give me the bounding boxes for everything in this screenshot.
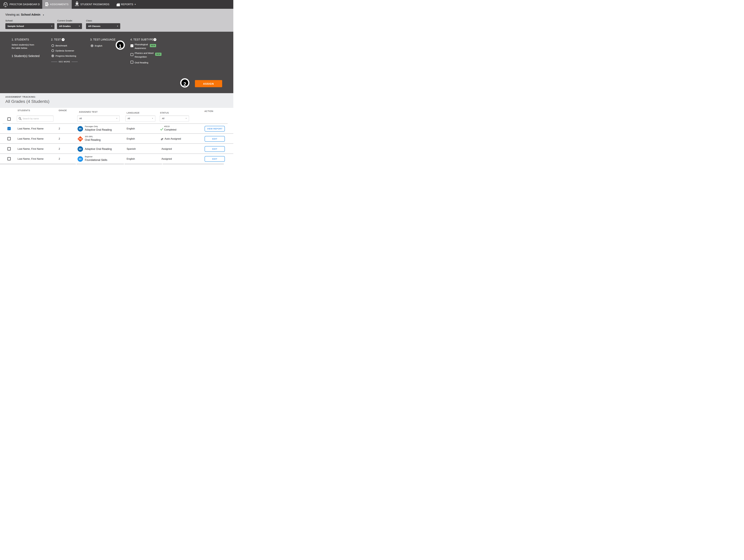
col-header-status: STATUS — [160, 111, 169, 114]
step-1-marker: 1 — [116, 40, 125, 50]
edit-button[interactable]: EDIT — [204, 146, 225, 152]
subtype-help-icon[interactable]: ? — [153, 38, 156, 41]
filter-bar: Viewing as: School Admin ▾ School: Curre… — [0, 9, 233, 32]
class-select[interactable]: All Classes ▼ — [86, 23, 120, 29]
grade-select-value: All Grades — [59, 25, 71, 27]
assigned-test-filter[interactable]: All ▼ — [77, 115, 120, 121]
student-grade: 2 — [59, 147, 60, 150]
subtype-label-awareness: Awareness — [135, 46, 146, 50]
students-hint-line2: the table below. — [12, 46, 28, 50]
student-name: Last Name, First Name — [17, 137, 44, 140]
checkbox-phonics-word-recognition[interactable] — [131, 53, 133, 56]
radio-benchmark[interactable] — [51, 44, 54, 47]
tab-student-passwords[interactable]: STUDENT PASSWORDS — [80, 0, 109, 9]
grade-select[interactable]: All Grades ▼ — [57, 23, 82, 29]
table-row: Last Name, First Name 2 BK Beginner Foun… — [0, 154, 233, 164]
checkbox-phonological-awareness[interactable]: ✓ — [131, 44, 133, 47]
test-badge-bk: BK — [77, 156, 83, 162]
password-stars: **** — [75, 5, 79, 7]
student-grade: 2 — [59, 137, 60, 140]
test-badge-bk: BK — [77, 126, 83, 132]
tracking-label: ASSIGNMENT TRACKING: — [5, 96, 36, 98]
completed-check-icon — [160, 128, 163, 131]
col-header-action: ACTION — [204, 110, 213, 112]
search-input[interactable] — [17, 115, 53, 121]
bottom-divider — [0, 164, 76, 164]
row-checkbox[interactable] — [7, 147, 11, 150]
dashboard-gauge-icon — [3, 2, 8, 7]
radio-dyslexia-screener[interactable] — [51, 49, 54, 52]
status-filter-value: All — [162, 117, 164, 120]
top-nav: PROCTOR DASHBOAR D ASSIGNMENTS * — [0, 0, 233, 9]
test-help-icon[interactable]: ? — [62, 38, 65, 41]
new-badge-phonological: NEW — [150, 44, 156, 47]
language-filter-value: All — [127, 117, 130, 120]
viewing-as-label: Viewing as: — [5, 13, 20, 16]
test-badge-pm-label: PM — [77, 138, 83, 140]
students-selected-count: 1 Student(s) Selected — [12, 54, 40, 58]
test-sublabel: 300-390L — [85, 136, 93, 138]
select-all-checkbox[interactable] — [7, 117, 11, 121]
table-row: Last Name, First Name 2 BK Adaptive Oral… — [0, 144, 233, 154]
row-checkbox[interactable] — [7, 157, 11, 160]
tab-assignments[interactable]: ASSIGNMENTS — [42, 0, 72, 9]
edit-button[interactable]: EDIT — [204, 156, 225, 162]
search-icon — [18, 117, 22, 120]
col-header-grade: GRADE — [59, 109, 67, 112]
row-checkbox-checked[interactable]: ✓ — [7, 127, 11, 130]
student-grade: 2 — [59, 127, 60, 130]
radio-dyslexia-screener-label: Dyslexia Screener — [55, 49, 74, 52]
reports-chevron-down-icon[interactable]: ▼ — [134, 0, 136, 9]
student-name: Last Name, First Name — [17, 157, 44, 160]
students-section-title: 1. STUDENTS — [12, 38, 29, 41]
test-sublabel: Beginner — [85, 155, 92, 158]
status-filter[interactable]: All ▼ — [160, 115, 189, 121]
student-name: Last Name, First Name — [17, 127, 44, 130]
tab-reports[interactable]: REPORTS — [121, 0, 133, 9]
subtype-label-phonics: Phonics and Word — [135, 51, 153, 55]
test-name: Adaptive Oral Reading — [85, 128, 112, 132]
bottom-divider — [124, 164, 162, 164]
viewing-as[interactable]: Viewing as: School Admin ▾ — [5, 13, 44, 16]
viewing-as-chevron-down-icon: ▾ — [43, 14, 44, 16]
school-select[interactable]: Sample School ▼ — [5, 23, 54, 29]
tab-assignments-label: ASSIGNMENTS — [50, 0, 69, 9]
lock-icon: **** — [75, 1, 79, 7]
radio-progress-monitoring[interactable] — [51, 54, 54, 57]
assignment-table: STUDENTS GRADE ASSIGNED TEST LANGUAGE ST… — [0, 108, 233, 165]
subtype-section-title: 4. TEST SUBTYPE — [131, 38, 153, 41]
subtype-label-oral-reading: Oral Reading — [135, 61, 148, 64]
language-filter[interactable]: All ▼ — [125, 115, 155, 121]
assign-button[interactable]: ASSIGN — [195, 80, 222, 87]
see-more-toggle[interactable]: SEE MORE — [51, 61, 78, 63]
col-header-assigned-test: ASSIGNED TEST — [79, 111, 98, 113]
nav-item-proctor-dashboard[interactable]: PROCTOR DASHBOAR D — [9, 0, 40, 9]
row-checkbox[interactable] — [7, 137, 11, 140]
grade-label: Current Grade: — [57, 20, 73, 22]
proctor-dashboard-app: PROCTOR DASHBOAR D ASSIGNMENTS * — [0, 0, 233, 165]
checkbox-oral-reading[interactable] — [131, 61, 133, 64]
table-row: Last Name, First Name 2 PM 300-390L Oral… — [0, 134, 233, 144]
status-value: Assigned — [161, 157, 172, 160]
status-filter-caret-icon: ▼ — [185, 116, 187, 121]
language-section-title: 3. TEST LANGUAGE — [90, 38, 115, 41]
bottom-divider — [163, 164, 224, 164]
test-name: Adaptive Oral Reading — [85, 147, 112, 151]
status-value: Assigned — [161, 147, 172, 150]
status-date: 4/5/19 — [164, 125, 170, 127]
assignments-doc-check-icon — [45, 2, 49, 7]
edit-button[interactable]: EDIT — [204, 136, 225, 142]
school-select-caret-icon: ▼ — [51, 23, 52, 29]
assigned-test-filter-value: All — [79, 117, 82, 120]
student-grade: 2 — [59, 157, 60, 160]
view-report-button[interactable]: VIEW REPORT — [204, 126, 225, 132]
step-2-marker: 2 — [180, 78, 189, 87]
new-badge-phonics: NEW — [155, 53, 161, 56]
radio-english[interactable] — [91, 44, 93, 47]
test-name: Foundational Skills — [85, 158, 107, 162]
see-more-line-right — [72, 62, 78, 62]
subtype-label-phonological: Phonological — [135, 43, 148, 46]
col-header-language: LANGUAGE — [126, 111, 140, 114]
test-section-title: 2. TEST — [51, 38, 61, 41]
see-more-line-left — [51, 62, 57, 62]
